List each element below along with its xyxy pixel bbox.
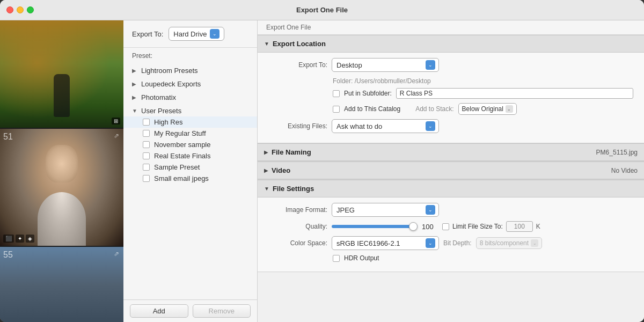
color-space-select[interactable]: sRGB IEC61966-2.1 ⌄ [332, 236, 439, 250]
preset-item-label-highres: High Res [154, 118, 182, 126]
hdr-checkbox[interactable] [333, 255, 340, 262]
chevron-down-icon-user: ▼ [132, 108, 138, 114]
export-to-select[interactable]: Hard Drive ⌄ [169, 27, 224, 41]
limit-size-label: Limit File Size To: [452, 223, 503, 230]
badge-star-icon: ◈ [26, 235, 34, 243]
existing-files-select[interactable]: Ask what to do ⌄ [332, 119, 439, 133]
photo-number-3: 55 [3, 250, 13, 260]
existing-files-row: Existing Files: Ask what to do ⌄ [268, 119, 633, 133]
preset-item-realestate[interactable]: Real Estate Finals [123, 150, 257, 162]
photo-item-1[interactable]: ⊞ [0, 20, 123, 128]
preset-checkbox-sample[interactable] [143, 164, 150, 171]
image-format-select[interactable]: JPEG ⌄ [332, 203, 439, 217]
preset-group-label-user: User Presets [141, 107, 181, 115]
traffic-lights [6, 6, 34, 13]
location-export-to-value: Desktop [336, 61, 423, 69]
quality-slider[interactable] [332, 225, 418, 228]
maximize-button[interactable] [27, 6, 34, 13]
section-body-file-settings: Image Format: JPEG ⌄ Quality: 100 [258, 197, 644, 272]
location-export-to-select[interactable]: Desktop ⌄ [332, 58, 439, 72]
color-space-row: Color Space: sRGB IEC61966-2.1 ⌄ Bit Dep… [268, 236, 633, 250]
preset-item-november[interactable]: November sample [123, 139, 257, 150]
section-header-export-location[interactable]: ▼ Export Location [258, 35, 644, 53]
main-content: ⊞ ⬛ ✦ ◈ 51 ⇗ 55 ⇗ [0, 20, 644, 322]
section-title-video: Video [272, 166, 608, 174]
export-to-value: Hard Drive [173, 30, 207, 38]
location-export-to-arrow-icon: ⌄ [426, 60, 435, 70]
image-format-label: Image Format: [268, 206, 327, 214]
subfolder-row: Put in Subfolder: [268, 88, 633, 99]
catalog-checkbox[interactable] [333, 106, 340, 113]
subfolder-checkbox[interactable] [333, 90, 340, 97]
triangle-down-icon-settings: ▼ [264, 186, 269, 192]
stack-select[interactable]: Below Original ⌄ [458, 103, 517, 115]
section-header-file-naming[interactable]: ▶ File Naming PM6_5115.jpg [258, 143, 644, 161]
folder-path-value: /Users/robbmuller/Desktop [355, 77, 431, 85]
main-window: Export One File ⊞ ⬛ ✦ ◈ [0, 0, 644, 322]
stack-value: Below Original [462, 105, 503, 113]
badge-crop-icon: ⬛ [3, 235, 14, 243]
preset-checkbox-smallemail[interactable] [143, 175, 150, 182]
preset-checkbox-regular[interactable] [143, 130, 150, 137]
preset-group-photomatix: ▶ Photomatix [123, 91, 257, 104]
preset-item-sample[interactable]: Sample Preset [123, 162, 257, 173]
preset-group-header-user[interactable]: ▼ User Presets [123, 105, 257, 116]
preset-item-regular[interactable]: My Regular Stuff [123, 128, 257, 139]
title-bar: Export One File [0, 0, 644, 20]
preset-group-lightroom: ▶ Lightroom Presets [123, 64, 257, 77]
limit-size-checkbox[interactable] [442, 223, 449, 230]
preset-checkbox-realestate[interactable] [143, 152, 150, 159]
export-breadcrumb: Export One File [258, 20, 644, 35]
quality-label: Quality: [268, 223, 327, 230]
photo-item-3[interactable]: 55 ⇗ [0, 246, 123, 322]
preset-checkbox-highres[interactable] [143, 119, 150, 126]
section-title-file-settings: File Settings [273, 185, 638, 193]
preset-section-label: Preset: [123, 48, 257, 62]
minimize-button[interactable] [17, 6, 24, 13]
color-space-label: Color Space: [268, 239, 327, 247]
close-button[interactable] [6, 6, 13, 13]
subfolder-label: Put in Subfolder: [344, 90, 392, 97]
preset-checkbox-november[interactable] [143, 141, 150, 148]
preset-item-highres[interactable]: High Res [123, 116, 257, 128]
export-to-arrow-icon: ⌄ [210, 29, 219, 39]
export-panel: Export One File ▼ Export Location Export… [258, 20, 644, 322]
photo-badges-2: ⬛ ✦ ◈ [3, 235, 34, 243]
bit-depth-value: 8 bits/component [480, 239, 529, 247]
bit-depth-label: Bit Depth: [443, 239, 472, 247]
chevron-right-icon-loupedeck: ▶ [132, 81, 138, 87]
limit-size-input[interactable] [506, 221, 533, 232]
portrait-body [38, 192, 86, 246]
limit-size-row: Limit File Size To: K [442, 221, 540, 232]
preset-item-smallemail[interactable]: Small email jpegs [123, 173, 257, 184]
section-header-file-settings[interactable]: ▼ File Settings [258, 180, 644, 197]
color-space-value: sRGB IEC61966-2.1 [336, 239, 423, 247]
existing-files-value: Ask what to do [336, 122, 423, 130]
section-video: ▶ Video No Video [258, 162, 644, 180]
photo-strip: ⊞ ⬛ ✦ ◈ 51 ⇗ 55 ⇗ [0, 20, 123, 322]
quality-row: Quality: 100 Limit File Size To: K [268, 221, 633, 232]
location-export-to-row: Export To: Desktop ⌄ [268, 58, 633, 72]
preset-group-header-photomatix[interactable]: ▶ Photomatix [123, 92, 257, 103]
photo-figure [54, 74, 70, 117]
location-export-to-label: Export To: [268, 61, 327, 69]
image-format-row: Image Format: JPEG ⌄ [268, 203, 633, 217]
remove-button[interactable]: Remove [193, 304, 251, 318]
hdr-label: HDR Output [344, 254, 379, 262]
catalog-row: Add to This Catalog Add to Stack: Below … [268, 103, 633, 115]
preset-group-user: ▼ User Presets High Res My Regular Stuff… [123, 104, 257, 185]
preset-group-header-loupedeck[interactable]: ▶ Loupedeck Exports [123, 78, 257, 90]
section-file-settings: ▼ File Settings Image Format: JPEG ⌄ [258, 180, 644, 272]
section-body-export-location: Export To: Desktop ⌄ Folder: /Users/robb… [258, 53, 644, 143]
preset-group-loupedeck: ▶ Loupedeck Exports [123, 77, 257, 91]
bit-depth-arrow-icon: ⌄ [531, 239, 538, 247]
preset-group-label-loupedeck: Loupedeck Exports [141, 80, 201, 88]
subfolder-input[interactable] [396, 88, 633, 99]
section-title-export-location: Export Location [273, 40, 638, 48]
photo-item-2[interactable]: ⬛ ✦ ◈ 51 ⇗ [0, 128, 123, 246]
add-button[interactable]: Add [130, 304, 188, 318]
section-header-video[interactable]: ▶ Video No Video [258, 162, 644, 179]
window-title: Export One File [296, 6, 348, 14]
preset-group-header-lightroom[interactable]: ▶ Lightroom Presets [123, 65, 257, 76]
image-format-arrow-icon: ⌄ [426, 205, 435, 215]
